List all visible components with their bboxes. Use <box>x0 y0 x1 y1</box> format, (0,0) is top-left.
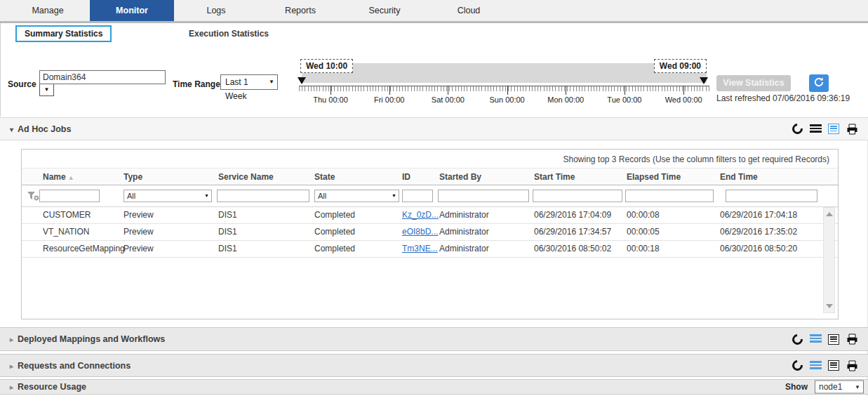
filter-end-time-input[interactable] <box>726 190 817 202</box>
resource-usage-header[interactable]: ▸Resource Usage <box>10 382 86 392</box>
cell-end-time: 06/29/2016 17:04:18 <box>720 207 797 223</box>
print-icon[interactable] <box>846 360 858 371</box>
cell-id: Tm3NE... <box>402 241 438 257</box>
details-view-icon[interactable] <box>827 334 840 345</box>
column-header-elapsed-time[interactable]: Elapsed Time <box>627 169 681 185</box>
cell-start-time: 06/30/2016 08:50:02 <box>534 241 611 257</box>
node-select[interactable]: node1 ▼ <box>815 381 864 394</box>
grid-view-icon[interactable] <box>809 124 822 135</box>
cell-id: Kz_0zD... <box>402 207 439 223</box>
last-refreshed-text: Last refreshed 07/06/2016 09:36:19 <box>716 93 850 103</box>
showing-records-text: Showing top 3 Records (Use the column fi… <box>563 154 829 164</box>
ad-hoc-jobs-table: Showing top 3 Records (Use the column fi… <box>21 149 839 319</box>
time-range-label: Time Range <box>173 79 220 89</box>
source-dropdown-icon[interactable]: ▼ <box>39 84 54 96</box>
filter-elapsed-input[interactable] <box>625 190 714 202</box>
cell-started-by: Administrator <box>439 224 489 240</box>
cell-id: eOI8bD... <box>402 224 438 240</box>
timeline-right-handle[interactable] <box>700 77 708 84</box>
tab-logs[interactable]: Logs <box>174 0 258 21</box>
print-icon[interactable] <box>846 334 858 345</box>
cell-state: Completed <box>314 241 355 257</box>
cell-service: DIS1 <box>218 224 237 240</box>
chevron-down-icon: ▼ <box>855 381 860 393</box>
print-icon[interactable] <box>846 124 858 135</box>
time-range-select[interactable]: Last 1 Week ▼ <box>220 74 278 90</box>
show-label: Show <box>785 382 808 392</box>
tab-summary-statistics[interactable]: Summary Statistics <box>15 25 112 42</box>
chevron-down-icon: ▼ <box>392 190 396 202</box>
timeline-tick: Fri 00:00 <box>374 95 404 104</box>
cell-name: ResourceGetMapping <box>43 241 125 257</box>
column-header-start-time[interactable]: Start Time <box>534 169 575 185</box>
deployed-mappings-header[interactable]: ▸Deployed Mappings and Workflows <box>10 334 165 344</box>
monitor-page: Manage Monitor Logs Reports Security Clo… <box>0 0 868 396</box>
job-id-link[interactable]: eOI8bD... <box>402 227 438 237</box>
clear-filter-icon[interactable] <box>27 191 40 203</box>
column-header-end-time[interactable]: End Time <box>720 169 758 185</box>
filter-type-select[interactable]: All▼ <box>123 190 212 202</box>
view-statistics-button[interactable]: View Statistics <box>716 75 791 91</box>
timeline-tick: Tue 00:00 <box>607 95 641 104</box>
filter-start-time-input[interactable] <box>533 190 622 202</box>
cell-state: Completed <box>314 207 355 223</box>
tab-execution-statistics[interactable]: Execution Statistics <box>189 29 269 39</box>
table-row[interactable]: ResourceGetMapping Preview DIS1 Complete… <box>22 241 838 258</box>
cell-started-by: Administrator <box>439 241 489 257</box>
ad-hoc-jobs-header[interactable]: ▾Ad Hoc Jobs <box>10 124 71 134</box>
table-row[interactable]: VT_NATION Preview DIS1 Completed eOI8bD.… <box>22 224 838 241</box>
cell-service: DIS1 <box>218 241 237 257</box>
cell-end-time: 06/30/2016 08:50:20 <box>720 241 797 257</box>
job-id-link[interactable]: Kz_0zD... <box>402 210 439 220</box>
source-label: Source <box>8 79 36 89</box>
filter-row: All▼ All▼ <box>22 185 838 207</box>
column-header-service-name[interactable]: Service Name <box>218 169 274 185</box>
scroll-down-icon[interactable] <box>826 304 833 308</box>
section-deployed-mappings: ▸Deployed Mappings and Workflows <box>0 327 868 351</box>
timeline-tick: Mon 00:00 <box>547 95 584 104</box>
timeline-tick: Sun 00:00 <box>490 95 525 104</box>
cell-start-time: 06/29/2016 17:34:57 <box>534 224 611 240</box>
table-row[interactable]: CUSTOMER Preview DIS1 Completed Kz_0zD..… <box>22 207 838 224</box>
job-id-link[interactable]: Tm3NE... <box>402 244 438 253</box>
filter-name-input[interactable] <box>39 190 100 202</box>
cell-state: Completed <box>314 224 355 240</box>
scroll-up-icon[interactable] <box>826 212 833 216</box>
expand-icon: ▸ <box>10 383 13 391</box>
table-scrollbar[interactable] <box>823 207 835 313</box>
tab-monitor[interactable]: Monitor <box>90 0 174 23</box>
chart-view-icon[interactable] <box>791 124 803 135</box>
column-header-state[interactable]: State <box>314 169 335 185</box>
filter-id-input[interactable] <box>402 190 433 202</box>
tab-cloud[interactable]: Cloud <box>427 0 511 21</box>
node-select-value: node1 <box>819 382 842 392</box>
timeline-end-label: Wed 09:00 <box>654 59 707 73</box>
cell-started-by: Administrator <box>439 207 489 223</box>
chart-view-icon[interactable] <box>791 360 803 371</box>
details-view-icon[interactable] <box>827 124 840 135</box>
tab-reports[interactable]: Reports <box>258 0 342 21</box>
filter-started-by-input[interactable] <box>438 190 529 202</box>
tab-manage[interactable]: Manage <box>6 0 90 21</box>
grid-view-icon[interactable] <box>809 360 822 371</box>
column-header-type[interactable]: Type <box>123 169 142 185</box>
details-view-icon[interactable] <box>827 360 840 371</box>
timeline-start-label: Wed 10:00 <box>300 59 353 73</box>
filter-service-input[interactable] <box>217 190 309 202</box>
refresh-button[interactable] <box>809 74 829 92</box>
grid-view-icon[interactable] <box>809 334 822 345</box>
timeline-selection-band[interactable] <box>302 63 707 83</box>
source-input[interactable] <box>39 70 166 84</box>
column-header-name[interactable]: Name▲ <box>43 169 74 186</box>
column-header-started-by[interactable]: Started By <box>439 169 481 185</box>
sub-tab-bar: Summary Statistics Execution Statistics <box>0 23 868 44</box>
cell-type: Preview <box>123 207 154 223</box>
statistics-toolbar: Source ▼ Time Range Last 1 Week ▼ Wed 10… <box>0 44 868 117</box>
timeline-ruler: Thu 00:00 Fri 00:00 Sat 00:00 Sun 00:00 … <box>299 86 709 104</box>
requests-connections-header[interactable]: ▸Requests and Connections <box>10 361 131 371</box>
chart-view-icon[interactable] <box>791 334 803 345</box>
timeline-left-handle[interactable] <box>298 77 306 84</box>
column-header-id[interactable]: ID <box>402 169 410 185</box>
tab-security[interactable]: Security <box>342 0 427 21</box>
filter-state-select[interactable]: All▼ <box>314 190 399 202</box>
